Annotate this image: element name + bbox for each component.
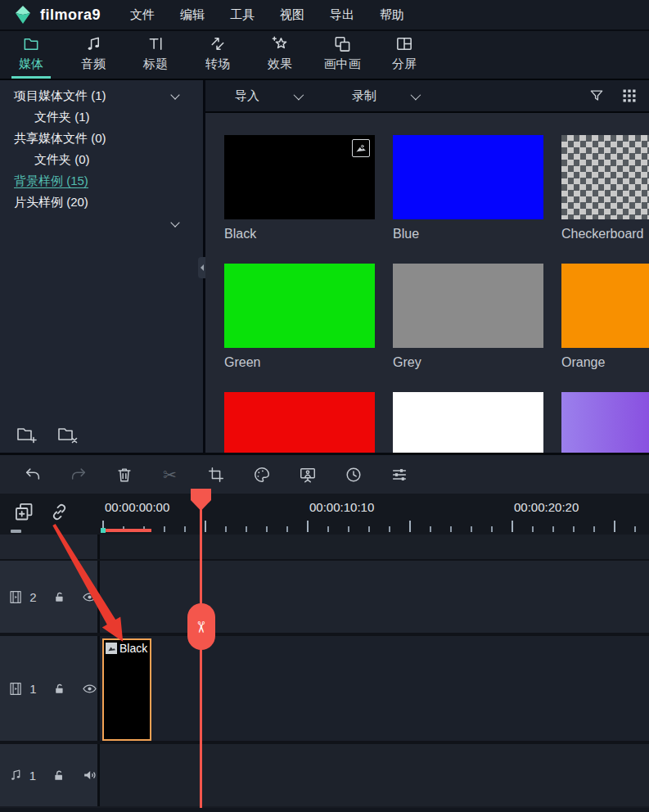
eye-icon[interactable] [82, 589, 97, 606]
chevron-down-icon[interactable] [411, 89, 421, 100]
ruler-tick [266, 526, 268, 532]
record-button[interactable]: 录制 [352, 88, 418, 104]
media-item-green[interactable]: Green [224, 264, 375, 392]
ruler-tick [634, 526, 636, 532]
media-thumbnail[interactable] [224, 135, 375, 219]
media-thumbnail[interactable] [393, 264, 543, 348]
link-clips-icon[interactable] [48, 501, 70, 523]
track-body-audio-1[interactable] [100, 744, 649, 806]
unlock-icon[interactable] [53, 682, 65, 696]
playhead-split-button[interactable]: ✂ [187, 603, 215, 650]
menu-item-4[interactable]: 导出 [322, 4, 363, 26]
filter-icon[interactable] [588, 88, 605, 104]
media-item-blue[interactable]: Blue [393, 135, 543, 264]
redo-button[interactable] [69, 465, 88, 484]
sidebar-item-project-media[interactable]: 项目媒体文件 (1) [0, 85, 203, 106]
tab-transitions[interactable]: 转场 [192, 31, 244, 79]
media-item-checkerboard[interactable]: Checkerboard [561, 135, 649, 264]
media-item-red[interactable]: Red [224, 392, 375, 453]
tab-media[interactable]: 媒体 [5, 31, 57, 79]
media-item-white[interactable]: White [393, 392, 543, 453]
media-thumbnail[interactable] [393, 135, 543, 219]
eye-icon[interactable] [82, 680, 97, 697]
media-thumbnail[interactable] [561, 135, 649, 219]
undo-icon [24, 466, 42, 484]
track-header-audio-1: 1 [0, 744, 100, 806]
timeline-clip-black[interactable]: Black [102, 638, 151, 741]
ruler-timecode: 00:00:20:20 [514, 500, 579, 514]
ruler-timecode: 00:00:10:10 [309, 500, 374, 514]
media-thumbnail[interactable] [561, 392, 649, 453]
chevron-down-icon[interactable] [170, 218, 179, 227]
sidebar-item-shared-media[interactable]: 共享媒体文件 (0) [0, 128, 203, 149]
split-button[interactable]: ✂ [160, 465, 179, 484]
media-item-label: Blue [393, 227, 543, 241]
ruler-tick [389, 526, 390, 532]
speaker-icon[interactable] [82, 767, 97, 783]
adjust-button[interactable] [390, 465, 408, 484]
menu-item-2[interactable]: 工具 [222, 4, 263, 26]
library-tab-bar: 媒体 音频 标题 转场 效果 画中画 分屏 [0, 31, 649, 80]
media-item-grey[interactable]: Grey [393, 264, 543, 392]
timeline-track-tools [13, 501, 70, 523]
ruler-tick [246, 526, 247, 532]
edit-toolbar: ✂ [0, 453, 649, 494]
tab-split-screen[interactable]: 分屏 [378, 31, 430, 79]
menu-bar: filmora9 文件编辑工具视图导出帮助 [0, 0, 649, 31]
playhead-line[interactable] [200, 503, 202, 808]
track-body-video-1[interactable] [100, 636, 649, 741]
menu-item-5[interactable]: 帮助 [372, 4, 412, 26]
media-panel-header: 导入 录制 [205, 80, 649, 113]
sidebar-item-shared-folder[interactable]: 文件夹 (0) [0, 149, 203, 170]
duration-button[interactable] [344, 465, 363, 484]
unlock-icon[interactable] [52, 769, 65, 783]
image-icon [106, 643, 117, 654]
clock-icon [345, 466, 363, 484]
image-icon [107, 643, 116, 652]
delete-button[interactable] [115, 465, 133, 484]
tab-pip[interactable]: 画中画 [316, 31, 368, 79]
add-folder-icon[interactable] [15, 424, 38, 444]
tab-effects[interactable]: 效果 [254, 31, 306, 79]
sidebar-item-project-folder[interactable]: 文件夹 (1) [0, 106, 203, 128]
menu-item-0[interactable]: 文件 [122, 4, 163, 26]
unlock-icon[interactable] [53, 590, 65, 604]
media-item-orange[interactable]: Orange [561, 264, 649, 392]
media-item-label: Grey [393, 355, 543, 370]
media-item-purple[interactable]: Purple [561, 392, 649, 453]
color-button[interactable] [252, 465, 271, 484]
undo-button[interactable] [23, 465, 42, 484]
media-item-black[interactable]: Black [224, 135, 375, 264]
crop-button[interactable] [206, 465, 225, 484]
import-button[interactable]: 导入 [235, 88, 301, 104]
tab-titles[interactable]: 标题 [129, 31, 182, 79]
delete-folder-icon[interactable] [56, 424, 79, 444]
chroma-key-button[interactable] [298, 465, 317, 484]
ruler-tick [184, 526, 186, 532]
ruler-tick [491, 526, 493, 532]
menu-item-3[interactable]: 视图 [272, 4, 313, 26]
grid-view-icon[interactable] [621, 88, 638, 104]
ruler-tick [327, 526, 329, 532]
media-thumbnail[interactable] [224, 264, 375, 348]
chevron-down-icon[interactable] [294, 89, 304, 100]
ruler-timecode: 00:00:00:00 [105, 500, 169, 514]
main-menu: 文件编辑工具视图导出帮助 [122, 4, 421, 26]
timeline-ruler[interactable]: 00:00:00:0000:00:10:1000:00:20:20 [0, 494, 649, 535]
manage-tracks-icon[interactable] [13, 501, 35, 523]
chevron-down-icon[interactable] [170, 90, 179, 99]
media-thumbnail[interactable] [393, 392, 543, 453]
sidebar-folder-actions [15, 424, 79, 444]
media-thumbnail[interactable] [561, 264, 649, 348]
menu-item-1[interactable]: 编辑 [172, 4, 213, 26]
sidebar-item-sample-intros[interactable]: 片头样例 (20) [0, 192, 203, 213]
track-body-video-2[interactable] [100, 561, 649, 633]
track-body-partial[interactable] [100, 535, 649, 559]
palette-icon [253, 466, 271, 484]
effects-star-icon [270, 34, 290, 53]
panel-collapse-handle[interactable] [198, 257, 205, 278]
media-thumbnail[interactable] [224, 392, 375, 453]
split-screen-icon [394, 34, 414, 53]
sidebar-item-sample-colors[interactable]: 背景样例 (15) [0, 170, 203, 192]
tab-audio[interactable]: 音频 [67, 31, 119, 79]
